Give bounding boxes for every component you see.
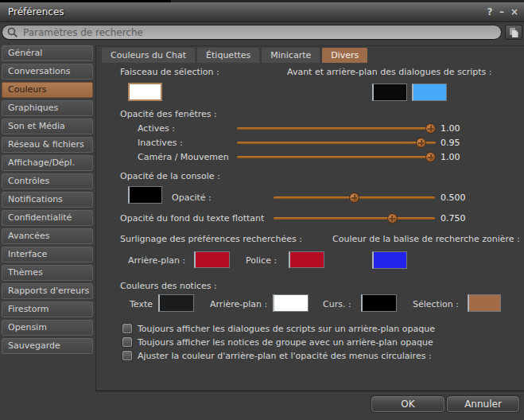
sidebar-item-notifications[interactable]: Notifications xyxy=(2,192,93,208)
sidebar-item-opensim[interactable]: Opensim xyxy=(2,320,93,336)
minimize-icon[interactable]: – xyxy=(496,6,507,18)
sidebar-item-couleurs[interactable]: Couleurs xyxy=(2,82,93,98)
tab-bar: Couleurs du Chat Étiquettes Minicarte Di… xyxy=(102,48,367,63)
opacity-active-label: Actives : xyxy=(138,123,175,134)
checkbox-group-notices-opaque[interactable] xyxy=(122,337,132,347)
slider-thumb[interactable] xyxy=(387,213,398,224)
script-dialog-fg-swatch[interactable] xyxy=(372,84,407,101)
search-input[interactable] xyxy=(21,26,496,39)
slider-track[interactable] xyxy=(274,217,435,220)
close-icon[interactable]: × xyxy=(509,6,520,18)
sidebar-item-interface[interactable]: Interface xyxy=(2,247,93,262)
floating-text-value: 0.750 xyxy=(441,213,466,224)
notices-text-label: Texte xyxy=(130,299,153,309)
cancel-button[interactable]: Annuler xyxy=(447,396,519,412)
sidebar-item-controles[interactable]: Contrôles xyxy=(2,173,93,189)
copy-search-button[interactable] xyxy=(505,25,522,40)
opacity-inactive-value: 0.95 xyxy=(441,138,460,148)
checkbox-script-opaque[interactable] xyxy=(122,324,132,333)
ok-button[interactable]: OK xyxy=(371,396,444,412)
floating-text-label: Opacité du fond du texte flottant xyxy=(120,213,264,224)
sidebar-item-sauvegarde[interactable]: Sauvegarde xyxy=(2,338,93,354)
search-field[interactable] xyxy=(2,25,502,40)
notices-selection-swatch[interactable] xyxy=(468,294,501,312)
opacity-inactive-slider[interactable] xyxy=(237,138,436,148)
sidebar: Général Conversations Couleurs Graphique… xyxy=(2,45,93,354)
notices-bg-swatch[interactable] xyxy=(273,294,309,312)
notices-bg-label: Arrière-plan : xyxy=(210,299,267,309)
notices-cursor-swatch[interactable] xyxy=(361,294,397,312)
beacon-label: Couleur de la balise de recherche zonièr… xyxy=(332,234,520,244)
console-opacity-value: 0.500 xyxy=(441,192,466,203)
checkbox-group-notices-opaque-label: Toujours afficher les notices de groupe … xyxy=(138,337,433,348)
console-opacity-slider[interactable] xyxy=(274,192,435,203)
opacity-camera-label: Caméra / Mouvemen xyxy=(138,152,229,162)
notices-label: Couleurs des notices : xyxy=(120,281,217,291)
checkbox-script-opaque-label: Toujours afficher les dialogues de scrip… xyxy=(138,324,435,334)
tab-couleurs-du-chat[interactable]: Couleurs du Chat xyxy=(102,48,195,63)
sidebar-item-reseau-fichiers[interactable]: Réseau & fichiers xyxy=(2,137,93,153)
opacity-active-value: 1.00 xyxy=(441,123,460,134)
colors-panel: Couleurs du Chat Étiquettes Minicarte Di… xyxy=(95,45,524,391)
copy-pages-icon xyxy=(508,27,519,38)
slider-thumb[interactable] xyxy=(349,192,359,203)
sidebar-item-firestorm[interactable]: Firestorm xyxy=(2,301,93,317)
search-icon xyxy=(7,27,18,38)
beacon-color-swatch[interactable] xyxy=(372,251,407,269)
sidebar-item-themes[interactable]: Thèmes xyxy=(2,265,93,281)
highlight-bg-swatch[interactable] xyxy=(194,251,230,268)
slider-track[interactable] xyxy=(237,156,436,158)
slider-thumb[interactable] xyxy=(425,123,436,134)
highlight-font-label: Police : xyxy=(246,255,277,266)
titlebar[interactable]: Préférences ? – × xyxy=(0,2,524,22)
selection-beam-label: Faisceau de sélection : xyxy=(120,67,219,77)
notices-cursor-label: Curs. : xyxy=(323,299,351,309)
slider-thumb[interactable] xyxy=(416,138,426,148)
highlight-font-swatch[interactable] xyxy=(289,251,324,268)
console-color-swatch[interactable] xyxy=(128,186,162,204)
script-dialog-label: Avant et arrière-plan des dialogues de s… xyxy=(287,67,492,77)
help-icon[interactable]: ? xyxy=(484,6,495,18)
highlight-bg-label: Arrière-plan : xyxy=(128,255,185,266)
checkbox-pie-menu-color-label: Ajuster la couleur d'arrière-plan et l'o… xyxy=(138,351,432,361)
sidebar-item-graphiques[interactable]: Graphiques xyxy=(2,100,93,116)
floating-text-slider[interactable] xyxy=(274,213,435,224)
sidebar-item-conversations[interactable]: Conversations xyxy=(2,64,93,80)
selection-beam-swatch[interactable] xyxy=(128,83,162,101)
window-title: Préférences xyxy=(8,6,64,18)
opacity-active-slider[interactable] xyxy=(237,123,436,134)
sidebar-item-affichage-depl[interactable]: Affichage/Dépl. xyxy=(2,155,93,171)
slider-track[interactable] xyxy=(237,127,436,130)
tab-etiquettes[interactable]: Étiquettes xyxy=(197,48,259,63)
tab-divers[interactable]: Divers xyxy=(322,48,367,63)
opacity-inactive-label: Inactives : xyxy=(138,138,183,148)
highlight-label: Surlignage des préférences recherchées : xyxy=(120,234,302,244)
sidebar-item-rapports-erreurs[interactable]: Rapports d'erreurs xyxy=(2,283,93,299)
console-opacity-label: Opacité de la console : xyxy=(120,171,220,181)
slider-thumb[interactable] xyxy=(425,152,436,162)
tab-minicarte[interactable]: Minicarte xyxy=(262,48,320,63)
script-dialog-bg-swatch[interactable] xyxy=(412,84,447,101)
opacity-camera-value: 1.00 xyxy=(441,152,460,162)
sidebar-item-confidentialite[interactable]: Confidentialité xyxy=(2,210,93,226)
sidebar-item-avancees[interactable]: Avancées xyxy=(2,228,93,244)
sidebar-item-son-et-media[interactable]: Son et Média xyxy=(2,119,93,134)
slider-track[interactable] xyxy=(237,142,436,144)
window-opacity-label: Opacité des fenêtres : xyxy=(120,109,217,119)
checkbox-pie-menu-color[interactable] xyxy=(122,351,132,360)
console-slider-label: Opacité : xyxy=(172,192,212,203)
opacity-camera-slider[interactable] xyxy=(237,152,436,162)
sidebar-item-general[interactable]: Général xyxy=(2,45,93,61)
notices-selection-label: Sélection : xyxy=(413,299,459,309)
notices-text-swatch[interactable] xyxy=(158,294,194,312)
